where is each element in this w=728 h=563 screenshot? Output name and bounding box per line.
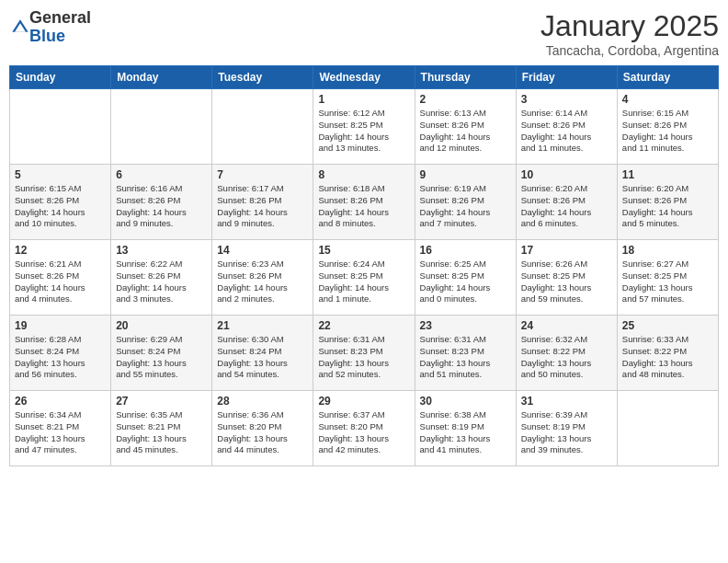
day-info-4-5: Sunrise: 6:39 AM Sunset: 8:19 PM Dayligh… <box>521 409 612 456</box>
day-cell-1-6: 11Sunrise: 6:20 AM Sunset: 8:26 PM Dayli… <box>617 165 718 240</box>
col-sunday: Sunday <box>10 66 111 89</box>
day-info-4-2: Sunrise: 6:36 AM Sunset: 8:20 PM Dayligh… <box>217 409 308 456</box>
day-info-3-1: Sunrise: 6:29 AM Sunset: 8:24 PM Dayligh… <box>116 334 207 381</box>
day-number-3-6: 25 <box>622 319 713 332</box>
day-cell-0-3: 1Sunrise: 6:12 AM Sunset: 8:25 PM Daylig… <box>313 89 415 165</box>
day-number-2-5: 17 <box>521 244 612 257</box>
day-info-3-3: Sunrise: 6:31 AM Sunset: 8:23 PM Dayligh… <box>318 334 409 381</box>
day-info-3-4: Sunrise: 6:31 AM Sunset: 8:23 PM Dayligh… <box>420 334 511 381</box>
week-row-3: 19Sunrise: 6:28 AM Sunset: 8:24 PM Dayli… <box>10 316 719 391</box>
day-number-1-0: 5 <box>15 168 106 181</box>
day-cell-2-3: 15Sunrise: 6:24 AM Sunset: 8:25 PM Dayli… <box>313 240 415 316</box>
day-cell-3-2: 21Sunrise: 6:30 AM Sunset: 8:24 PM Dayli… <box>212 316 313 391</box>
day-cell-2-6: 18Sunrise: 6:27 AM Sunset: 8:25 PM Dayli… <box>617 240 718 316</box>
day-cell-1-2: 7Sunrise: 6:17 AM Sunset: 8:26 PM Daylig… <box>212 165 313 240</box>
logo-text: General Blue <box>29 9 91 46</box>
day-number-4-2: 28 <box>217 395 308 408</box>
day-cell-1-5: 10Sunrise: 6:20 AM Sunset: 8:26 PM Dayli… <box>516 165 617 240</box>
day-number-2-6: 18 <box>622 244 713 257</box>
col-friday: Friday <box>516 66 617 89</box>
day-cell-1-3: 8Sunrise: 6:18 AM Sunset: 8:26 PM Daylig… <box>313 165 415 240</box>
day-info-1-1: Sunrise: 6:16 AM Sunset: 8:26 PM Dayligh… <box>116 183 207 230</box>
day-number-4-5: 31 <box>521 395 612 408</box>
day-info-0-5: Sunrise: 6:14 AM Sunset: 8:26 PM Dayligh… <box>521 108 612 155</box>
day-info-0-4: Sunrise: 6:13 AM Sunset: 8:26 PM Dayligh… <box>420 108 511 155</box>
col-wednesday: Wednesday <box>313 66 415 89</box>
day-cell-4-2: 28Sunrise: 6:36 AM Sunset: 8:20 PM Dayli… <box>212 391 313 466</box>
day-info-1-3: Sunrise: 6:18 AM Sunset: 8:26 PM Dayligh… <box>318 183 409 230</box>
calendar: Sunday Monday Tuesday Wednesday Thursday… <box>9 65 719 466</box>
day-cell-2-0: 12Sunrise: 6:21 AM Sunset: 8:26 PM Dayli… <box>10 240 111 316</box>
day-cell-3-3: 22Sunrise: 6:31 AM Sunset: 8:23 PM Dayli… <box>313 316 415 391</box>
day-info-1-6: Sunrise: 6:20 AM Sunset: 8:26 PM Dayligh… <box>622 183 713 230</box>
col-thursday: Thursday <box>415 66 516 89</box>
day-cell-3-4: 23Sunrise: 6:31 AM Sunset: 8:23 PM Dayli… <box>415 316 516 391</box>
day-cell-4-1: 27Sunrise: 6:35 AM Sunset: 8:21 PM Dayli… <box>111 391 212 466</box>
header: General Blue January 2025 Tancacha, Cord… <box>9 9 719 58</box>
page: General Blue January 2025 Tancacha, Cord… <box>0 0 728 563</box>
day-number-2-3: 15 <box>318 244 409 257</box>
week-row-0: 1Sunrise: 6:12 AM Sunset: 8:25 PM Daylig… <box>10 89 719 165</box>
day-info-2-6: Sunrise: 6:27 AM Sunset: 8:25 PM Dayligh… <box>622 259 713 305</box>
day-number-3-1: 20 <box>116 319 207 332</box>
day-info-1-0: Sunrise: 6:15 AM Sunset: 8:26 PM Dayligh… <box>15 183 106 230</box>
week-row-2: 12Sunrise: 6:21 AM Sunset: 8:26 PM Dayli… <box>10 240 719 316</box>
day-cell-0-5: 3Sunrise: 6:14 AM Sunset: 8:26 PM Daylig… <box>516 89 617 165</box>
week-row-4: 26Sunrise: 6:34 AM Sunset: 8:21 PM Dayli… <box>10 391 719 466</box>
day-number-4-3: 29 <box>318 395 409 408</box>
col-tuesday: Tuesday <box>212 66 313 89</box>
day-info-4-0: Sunrise: 6:34 AM Sunset: 8:21 PM Dayligh… <box>15 409 106 456</box>
day-info-2-1: Sunrise: 6:22 AM Sunset: 8:26 PM Dayligh… <box>116 259 207 305</box>
week-row-1: 5Sunrise: 6:15 AM Sunset: 8:26 PM Daylig… <box>10 165 719 240</box>
day-info-0-3: Sunrise: 6:12 AM Sunset: 8:25 PM Dayligh… <box>318 108 409 155</box>
logo-general: General <box>29 9 91 28</box>
col-monday: Monday <box>111 66 212 89</box>
calendar-header-row: Sunday Monday Tuesday Wednesday Thursday… <box>10 66 719 89</box>
day-info-2-3: Sunrise: 6:24 AM Sunset: 8:25 PM Dayligh… <box>318 259 409 305</box>
logo: General Blue <box>9 9 91 46</box>
day-number-3-4: 23 <box>420 319 511 332</box>
month-title: January 2025 <box>540 9 719 43</box>
day-info-1-4: Sunrise: 6:19 AM Sunset: 8:26 PM Dayligh… <box>420 183 511 230</box>
day-cell-3-5: 24Sunrise: 6:32 AM Sunset: 8:22 PM Dayli… <box>516 316 617 391</box>
day-cell-0-0 <box>10 89 111 165</box>
day-number-0-3: 1 <box>318 93 409 106</box>
day-cell-4-4: 30Sunrise: 6:38 AM Sunset: 8:19 PM Dayli… <box>415 391 516 466</box>
day-number-2-2: 14 <box>217 244 308 257</box>
day-number-1-4: 9 <box>420 168 511 181</box>
day-number-1-1: 6 <box>116 168 207 181</box>
day-number-2-1: 13 <box>116 244 207 257</box>
day-cell-0-6: 4Sunrise: 6:15 AM Sunset: 8:26 PM Daylig… <box>617 89 718 165</box>
day-info-3-0: Sunrise: 6:28 AM Sunset: 8:24 PM Dayligh… <box>15 334 106 381</box>
title-area: January 2025 Tancacha, Cordoba, Argentin… <box>540 9 719 58</box>
day-number-4-4: 30 <box>420 395 511 408</box>
day-cell-2-1: 13Sunrise: 6:22 AM Sunset: 8:26 PM Dayli… <box>111 240 212 316</box>
day-number-0-4: 2 <box>420 93 511 106</box>
day-info-4-4: Sunrise: 6:38 AM Sunset: 8:19 PM Dayligh… <box>420 409 511 456</box>
day-number-1-6: 11 <box>622 168 713 181</box>
day-cell-4-3: 29Sunrise: 6:37 AM Sunset: 8:20 PM Dayli… <box>313 391 415 466</box>
day-cell-1-0: 5Sunrise: 6:15 AM Sunset: 8:26 PM Daylig… <box>10 165 111 240</box>
day-number-1-5: 10 <box>521 168 612 181</box>
day-cell-2-4: 16Sunrise: 6:25 AM Sunset: 8:25 PM Dayli… <box>415 240 516 316</box>
day-number-2-4: 16 <box>420 244 511 257</box>
day-cell-4-5: 31Sunrise: 6:39 AM Sunset: 8:19 PM Dayli… <box>516 391 617 466</box>
subtitle: Tancacha, Cordoba, Argentina <box>540 43 719 58</box>
day-cell-3-0: 19Sunrise: 6:28 AM Sunset: 8:24 PM Dayli… <box>10 316 111 391</box>
day-cell-4-0: 26Sunrise: 6:34 AM Sunset: 8:21 PM Dayli… <box>10 391 111 466</box>
day-cell-3-1: 20Sunrise: 6:29 AM Sunset: 8:24 PM Dayli… <box>111 316 212 391</box>
day-cell-0-4: 2Sunrise: 6:13 AM Sunset: 8:26 PM Daylig… <box>415 89 516 165</box>
day-cell-3-6: 25Sunrise: 6:33 AM Sunset: 8:22 PM Dayli… <box>617 316 718 391</box>
logo-blue: Blue <box>29 28 91 46</box>
day-number-0-5: 3 <box>521 93 612 106</box>
day-info-3-6: Sunrise: 6:33 AM Sunset: 8:22 PM Dayligh… <box>622 334 713 381</box>
day-cell-0-2 <box>212 89 313 165</box>
day-cell-0-1 <box>111 89 212 165</box>
day-info-0-6: Sunrise: 6:15 AM Sunset: 8:26 PM Dayligh… <box>622 108 713 155</box>
day-cell-4-6 <box>617 391 718 466</box>
day-info-2-0: Sunrise: 6:21 AM Sunset: 8:26 PM Dayligh… <box>15 259 106 305</box>
day-number-3-3: 22 <box>318 319 409 332</box>
day-info-2-5: Sunrise: 6:26 AM Sunset: 8:25 PM Dayligh… <box>521 259 612 305</box>
day-number-3-2: 21 <box>217 319 308 332</box>
col-saturday: Saturday <box>617 66 718 89</box>
